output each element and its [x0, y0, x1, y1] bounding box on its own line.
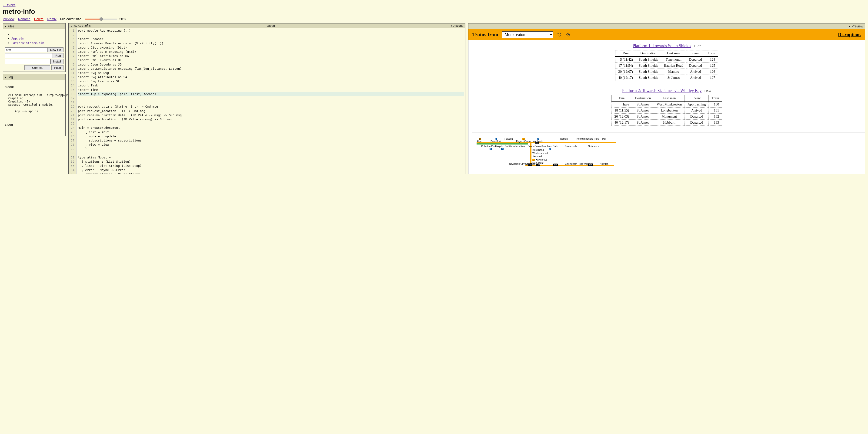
editor-size-label: File editor size	[60, 17, 81, 21]
editor-size-value: 50%	[119, 17, 126, 21]
preview-panel: ▾ Preview Trains from Monkseaton Disrupt…	[468, 23, 865, 174]
stdout-content: elm make src/App.elm --output=app.js 2 C…	[5, 93, 63, 113]
editor-filepath: src/App.elm	[70, 24, 91, 27]
table-row: 17 (11:54)South ShieldsHadrian RoadDepar…	[615, 63, 718, 69]
svg-point-1	[568, 34, 569, 35]
log-panel-header[interactable]: ▾ Log	[3, 74, 65, 80]
install-input[interactable]	[5, 59, 51, 64]
table-row: 30 (12:07)South ShieldsManorsArrived126	[615, 69, 718, 75]
run-button[interactable]: Run	[53, 53, 63, 58]
install-button[interactable]: Install	[51, 59, 63, 64]
departure-table: DueDestinationLast seenEventTrain5 (11:4…	[615, 50, 718, 81]
editor-status: saved	[91, 24, 451, 27]
platform-time: 11:37	[693, 44, 701, 48]
refresh-icon[interactable]	[557, 32, 562, 37]
push-button[interactable]: Push	[52, 65, 63, 70]
locate-icon[interactable]	[566, 32, 571, 37]
platform-title-link[interactable]: Platform 2: Towards St. James via Whitle…	[622, 88, 702, 93]
map-station-label: Chillingham Road	[565, 163, 583, 165]
map-station-label: Palmersville	[565, 145, 578, 147]
preview-panel-title: ▾ Preview	[849, 24, 863, 28]
map-station-label: MRegent Centre	[516, 138, 531, 143]
stdout-label: stdout	[5, 85, 63, 89]
departure-table: DueDestinationLast seenEventTrainhereSt …	[612, 95, 722, 126]
map-station-label: Benton	[560, 138, 568, 140]
map-station-label: PBank Foot	[491, 138, 501, 143]
metro-map[interactable]: MAirportPBank FootFawdonMRegent CentrePL…	[472, 132, 865, 169]
preview-link[interactable]: Preview	[3, 17, 14, 21]
file-item[interactable]: LatLonDistance.elm	[11, 41, 44, 44]
map-station-label: Howdon	[600, 163, 609, 165]
train-marker: 131	[535, 142, 539, 144]
file-item-parent[interactable]: ..	[11, 32, 63, 36]
remix-link[interactable]: Remix	[47, 17, 57, 21]
table-row: 26 (12:03)St JamesMonumentDeparted132	[612, 113, 722, 120]
map-station-label: MAirport	[476, 138, 483, 143]
map-station-label: Wansbeck Road	[509, 145, 526, 147]
station-select[interactable]: Monkseaton	[502, 31, 553, 38]
editor-size-slider[interactable]	[85, 19, 118, 20]
disruptions-link[interactable]: Disruptions	[838, 32, 861, 37]
editor-panel: src/App.elm saved ▸ Actions 123456789101…	[68, 23, 465, 174]
path-input[interactable]	[5, 47, 48, 52]
map-station-label: Kingston ParkP	[495, 145, 509, 150]
table-row: hereSt JamesWest MonkseatonApproaching13…	[612, 101, 722, 107]
table-row: 18 (11:55)St JamesLongbentonArrived131	[612, 107, 722, 113]
trains-from-label: Trains from	[472, 32, 498, 38]
project-title: metro-info	[3, 8, 865, 15]
code-editor[interactable]: 1234567891011121314151617181920212223242…	[69, 28, 465, 174]
table-row: 40 (12:17)St JamesHebburnDeparted133	[612, 120, 722, 126]
map-station-label: South Gosforth	[528, 145, 543, 147]
files-panel: ▾ Files ..App.elmLatLonDistance.elm New …	[3, 23, 66, 72]
back-link[interactable]: ← thinks	[3, 3, 16, 7]
new-file-button[interactable]: New file	[48, 47, 63, 52]
log-panel-title: ▾ Log	[5, 75, 13, 79]
files-panel-title: ▾ Files	[5, 24, 14, 28]
train-marker: 132	[528, 164, 532, 166]
train-marker: 127	[536, 164, 540, 166]
rename-link[interactable]: Rename	[18, 17, 30, 21]
platform-title-link[interactable]: Platform 1: Towards South Shields	[632, 43, 691, 48]
map-station-label: Mor	[602, 138, 606, 140]
train-marker: 125	[588, 164, 593, 166]
train-marker: 126	[553, 164, 558, 166]
delete-link[interactable]: Delete	[34, 17, 43, 21]
map-station-label: Northumberland Park	[577, 138, 599, 140]
editor-actions-toggle[interactable]: ▸ Actions	[451, 24, 463, 27]
map-station-label: Ilford Road	[532, 149, 544, 151]
table-row: 40 (12:17)South ShieldsSt JamesArrived12…	[615, 75, 718, 81]
preview-panel-header[interactable]: ▾ Preview	[468, 24, 865, 29]
stderr-label: stderr	[5, 123, 63, 126]
map-station-label: Four Lane EndsP	[542, 145, 558, 150]
platform-time: 11:37	[704, 89, 711, 93]
map-station-label: Fawdon	[504, 138, 513, 140]
files-panel-header[interactable]: ▾ Files	[3, 24, 65, 29]
run-input[interactable]	[5, 53, 53, 58]
file-item[interactable]: App.elm	[11, 37, 24, 40]
map-station-label: M Haymarket	[532, 159, 547, 161]
map-station-label: Jesmond	[532, 155, 542, 158]
commit-button[interactable]: Commit	[24, 65, 50, 70]
map-station-label: West Jesmond	[532, 152, 548, 155]
log-panel: ▾ Log stdout elm make src/App.elm --outp…	[3, 74, 66, 136]
map-station-label: Shiremoor	[588, 145, 599, 147]
table-row: 5 (11:42)South ShieldsTynemouthDeparted1…	[615, 57, 718, 63]
